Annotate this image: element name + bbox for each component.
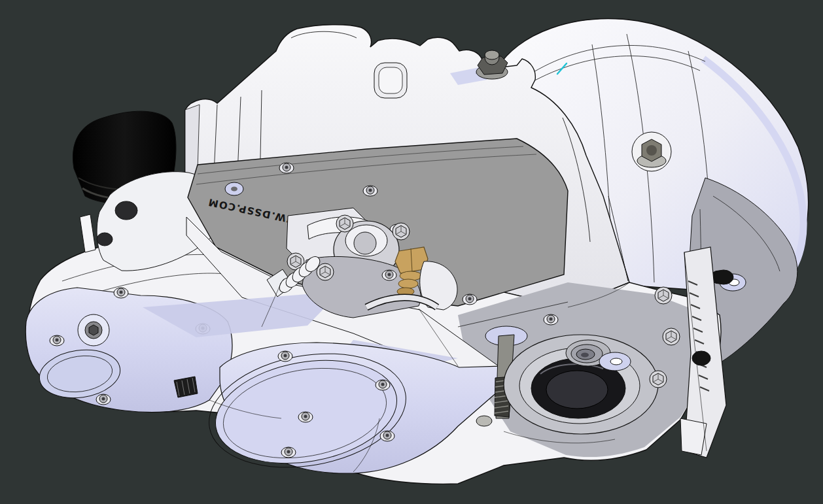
stud-tip bbox=[476, 416, 492, 426]
cover-screw[interactable] bbox=[376, 380, 390, 390]
o-ring-spacer[interactable] bbox=[714, 270, 733, 284]
socket-screw[interactable] bbox=[279, 163, 294, 173]
hex-bolt[interactable] bbox=[655, 287, 672, 304]
hex-bolt[interactable] bbox=[650, 371, 667, 388]
hex-bolt[interactable] bbox=[317, 263, 334, 280]
cover-screw[interactable] bbox=[281, 447, 296, 458]
mount-hole bbox=[115, 201, 137, 220]
socket-screw[interactable] bbox=[544, 314, 558, 325]
socket-screw[interactable] bbox=[114, 288, 128, 298]
o-ring-spacer[interactable] bbox=[692, 351, 710, 365]
socket-screw[interactable] bbox=[363, 186, 377, 196]
model-canvas[interactable]: WWW.DSSP.COM bbox=[0, 0, 823, 504]
socket-screw[interactable] bbox=[463, 294, 477, 305]
output-shaft-bore[interactable] bbox=[504, 335, 658, 434]
hex-bolt[interactable] bbox=[663, 328, 680, 345]
socket-screw[interactable] bbox=[382, 270, 396, 280]
cover-screw[interactable] bbox=[278, 351, 292, 361]
hex-bolt[interactable] bbox=[336, 215, 353, 232]
hex-bolt[interactable] bbox=[393, 223, 410, 240]
cover-screw[interactable] bbox=[298, 412, 313, 422]
hex-bolt-dome[interactable] bbox=[632, 132, 671, 171]
socket-screw[interactable] bbox=[96, 394, 111, 405]
mount-hole bbox=[97, 233, 113, 246]
hex-socket-bolt[interactable] bbox=[89, 325, 98, 335]
cad-viewport[interactable]: WWW.DSSP.COM bbox=[0, 0, 823, 504]
socket-screw[interactable] bbox=[50, 335, 64, 346]
cover-screw[interactable] bbox=[380, 431, 394, 441]
